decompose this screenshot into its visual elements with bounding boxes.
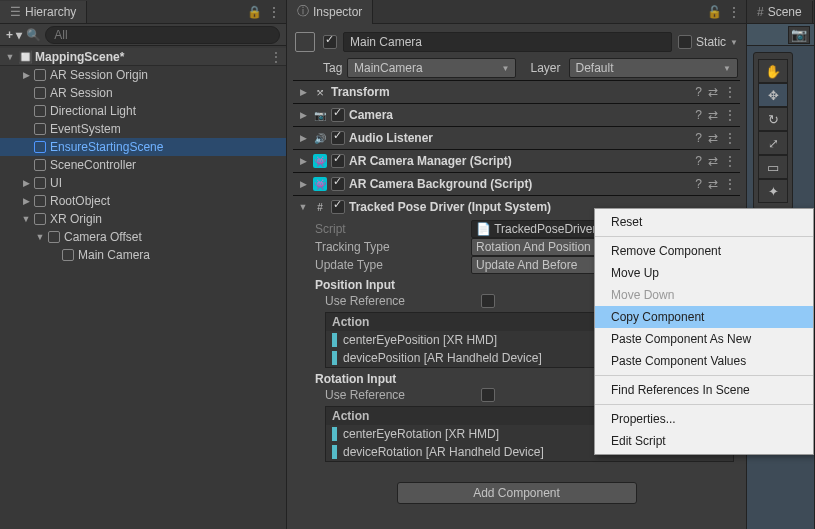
help-icon[interactable]: ?: [695, 108, 702, 122]
move-tool[interactable]: ✥: [758, 83, 788, 107]
component-title: Transform: [331, 85, 691, 99]
lock-icon[interactable]: 🔓: [707, 5, 722, 19]
context-menu-icon[interactable]: ⋮: [268, 5, 280, 19]
hierarchy-item[interactable]: SceneController: [0, 156, 286, 174]
hierarchy-item[interactable]: ▼Camera Offset: [0, 228, 286, 246]
hierarchy-item[interactable]: ▼XR Origin: [0, 210, 286, 228]
create-dropdown[interactable]: + ▾: [6, 28, 22, 42]
transform-tool[interactable]: ✦: [758, 179, 788, 203]
rect-tool[interactable]: ▭: [758, 155, 788, 179]
hierarchy-tab[interactable]: ☰ Hierarchy: [0, 1, 87, 23]
foldout-icon[interactable]: ▶: [297, 179, 309, 189]
hierarchy-item-label: Main Camera: [78, 248, 150, 262]
gameobject-name-input[interactable]: Main Camera: [343, 32, 672, 52]
context-menu-icon[interactable]: ⋮: [728, 5, 740, 19]
component-header[interactable]: ▶👾AR Camera Manager (Script)?⇄⋮: [293, 150, 740, 172]
component-enabled-checkbox[interactable]: [331, 200, 345, 214]
foldout-icon[interactable]: ▶: [297, 110, 309, 120]
component-icon: #: [313, 200, 327, 214]
foldout-icon[interactable]: ▼: [297, 202, 309, 212]
component-enabled-checkbox[interactable]: [331, 177, 345, 191]
gameobject-icon: [34, 159, 46, 171]
foldout-icon[interactable]: ▶: [20, 178, 32, 188]
preset-icon[interactable]: ⇄: [708, 177, 718, 191]
help-icon[interactable]: ?: [695, 177, 702, 191]
foldout-icon[interactable]: ▶: [297, 156, 309, 166]
foldout-icon[interactable]: ▼: [4, 52, 16, 62]
component-context-menu: ResetRemove ComponentMove UpMove DownCop…: [594, 208, 814, 455]
context-menu-item[interactable]: Paste Component Values: [595, 350, 813, 372]
foldout-icon[interactable]: ▼: [34, 232, 46, 242]
tag-dropdown[interactable]: MainCamera▼: [347, 58, 516, 78]
preset-icon[interactable]: ⇄: [708, 108, 718, 122]
scene-tab[interactable]: # Scene: [747, 1, 813, 23]
menu-icon[interactable]: ⋮: [724, 154, 736, 168]
inspector-tab-icon: ⓘ: [297, 3, 309, 20]
menu-icon[interactable]: ⋮: [724, 85, 736, 99]
foldout-icon[interactable]: ▶: [20, 196, 32, 206]
hierarchy-item[interactable]: EnsureStartingScene: [0, 138, 286, 156]
rotate-tool[interactable]: ↻: [758, 107, 788, 131]
add-component-button[interactable]: Add Component: [397, 482, 637, 504]
help-icon[interactable]: ?: [695, 154, 702, 168]
static-dropdown[interactable]: ▼: [730, 38, 738, 47]
hierarchy-item[interactable]: ▶AR Session Origin: [0, 66, 286, 84]
use-reference-checkbox[interactable]: [481, 388, 495, 402]
hierarchy-item[interactable]: AR Session: [0, 84, 286, 102]
preset-icon[interactable]: ⇄: [708, 131, 718, 145]
menu-icon[interactable]: ⋮: [724, 131, 736, 145]
hierarchy-item[interactable]: ▶RootObject: [0, 192, 286, 210]
hierarchy-item[interactable]: Directional Light: [0, 102, 286, 120]
enabled-checkbox[interactable]: [323, 35, 337, 49]
scene-row[interactable]: ▼ 🔲 MappingScene* ⋮: [0, 48, 286, 66]
component-header[interactable]: ▶🔊Audio Listener?⇄⋮: [293, 127, 740, 149]
foldout-icon[interactable]: ▶: [297, 87, 309, 97]
scene-tab-icon: #: [757, 5, 764, 19]
hierarchy-item[interactable]: EventSystem: [0, 120, 286, 138]
component-enabled-checkbox[interactable]: [331, 154, 345, 168]
lock-icon[interactable]: 🔒: [247, 5, 262, 19]
context-menu-item[interactable]: Move Up: [595, 262, 813, 284]
tag-label: Tag: [295, 61, 339, 75]
context-menu-item[interactable]: Properties...: [595, 408, 813, 430]
menu-icon[interactable]: ⋮: [724, 108, 736, 122]
layer-dropdown[interactable]: Default▼: [569, 58, 738, 78]
scene-camera-icon[interactable]: 📷: [788, 26, 810, 44]
component-enabled-checkbox[interactable]: [331, 131, 345, 145]
context-menu-item[interactable]: Copy Component: [595, 306, 813, 328]
context-menu-item[interactable]: Reset: [595, 211, 813, 233]
inspector-tab[interactable]: ⓘ Inspector: [287, 0, 373, 24]
foldout-icon[interactable]: ▶: [20, 70, 32, 80]
view-tool[interactable]: ✋: [758, 59, 788, 83]
scale-tool[interactable]: ⤢: [758, 131, 788, 155]
context-menu-item[interactable]: Remove Component: [595, 240, 813, 262]
hierarchy-item[interactable]: ▶UI: [0, 174, 286, 192]
hierarchy-item-label: SceneController: [50, 158, 136, 172]
foldout-icon[interactable]: ▶: [297, 133, 309, 143]
action-chip-icon: [332, 427, 337, 441]
menu-icon[interactable]: ⋮: [724, 177, 736, 191]
use-reference-checkbox[interactable]: [481, 294, 495, 308]
hierarchy-search-input[interactable]: [45, 26, 280, 44]
context-menu-item[interactable]: Paste Component As New: [595, 328, 813, 350]
component-header[interactable]: ▶📷Camera?⇄⋮: [293, 104, 740, 126]
tracking-type-label: Tracking Type: [315, 240, 465, 254]
gameobject-icon: [34, 69, 46, 81]
preset-icon[interactable]: ⇄: [708, 154, 718, 168]
help-icon[interactable]: ?: [695, 131, 702, 145]
inspector-tab-bar: ⓘ Inspector 🔓 ⋮: [287, 0, 746, 24]
component-header[interactable]: ▶👾AR Camera Background (Script)?⇄⋮: [293, 173, 740, 195]
action-label: centerEyeRotation [XR HMD]: [343, 427, 499, 441]
context-menu-item[interactable]: Find References In Scene: [595, 379, 813, 401]
static-checkbox[interactable]: [678, 35, 692, 49]
foldout-icon[interactable]: ▼: [20, 214, 32, 224]
hierarchy-item[interactable]: Main Camera: [0, 246, 286, 264]
hierarchy-panel: ☰ Hierarchy 🔒 ⋮ + ▾ 🔍 ▼ 🔲 MappingScene* …: [0, 0, 287, 529]
context-menu-item[interactable]: Edit Script: [595, 430, 813, 452]
preset-icon[interactable]: ⇄: [708, 85, 718, 99]
scene-menu-icon[interactable]: ⋮: [270, 50, 282, 64]
component-enabled-checkbox[interactable]: [331, 108, 345, 122]
component-header[interactable]: ▶⤧Transform?⇄⋮: [293, 81, 740, 103]
help-icon[interactable]: ?: [695, 85, 702, 99]
gameobject-icon: [34, 213, 46, 225]
